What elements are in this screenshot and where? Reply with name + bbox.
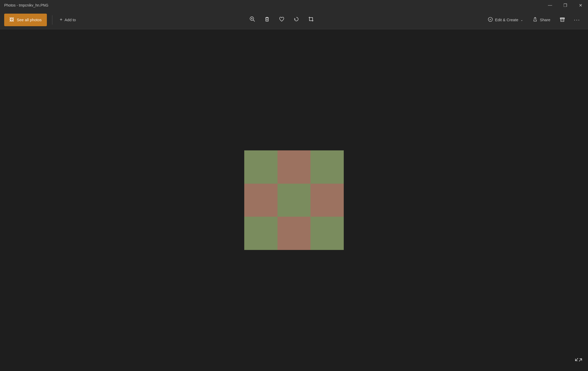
more-icon: ··· <box>574 17 580 23</box>
cell-1-0 <box>244 184 278 217</box>
delete-button[interactable] <box>260 14 274 26</box>
svg-rect-10 <box>561 20 564 21</box>
svg-line-1 <box>253 20 255 21</box>
svg-rect-7 <box>309 18 313 21</box>
zoom-button[interactable] <box>246 14 259 26</box>
cell-2-2 <box>310 217 344 250</box>
chevron-down-icon: ⌄ <box>520 18 523 22</box>
more-button[interactable]: ··· <box>570 14 584 26</box>
add-icon: + <box>60 17 63 23</box>
cell-0-1 <box>278 150 311 184</box>
cell-0-2 <box>310 150 344 184</box>
svg-rect-11 <box>561 18 563 19</box>
add-to-label: Add to <box>65 18 76 22</box>
cell-1-1 <box>278 184 311 217</box>
main-content <box>0 29 588 371</box>
window-controls: — ❐ ✕ <box>542 0 588 10</box>
share-button[interactable]: Share <box>528 14 554 26</box>
see-all-photos-label: See all photos <box>17 18 42 22</box>
minimize-button[interactable]: — <box>542 0 558 10</box>
favorite-button[interactable] <box>275 14 289 26</box>
restore-button[interactable]: ❐ <box>558 0 573 10</box>
crop-icon <box>308 16 314 23</box>
print-button[interactable] <box>556 14 569 26</box>
close-button[interactable]: ✕ <box>573 0 588 10</box>
add-to-button[interactable]: + Add to <box>56 14 80 26</box>
photos-icon: 🖼 <box>9 17 14 23</box>
expand-button[interactable] <box>574 356 583 366</box>
share-label: Share <box>540 18 550 22</box>
cell-1-2 <box>310 184 344 217</box>
zoom-icon <box>249 16 255 23</box>
share-icon <box>532 17 538 23</box>
cell-0-0 <box>244 150 278 184</box>
toolbar-center-icons <box>246 14 318 26</box>
heart-icon <box>279 16 285 23</box>
see-all-photos-button[interactable]: 🖼 See all photos <box>4 14 47 26</box>
toolbar-divider <box>52 15 52 25</box>
cell-2-1 <box>278 217 311 250</box>
edit-create-label: Edit & Create <box>495 18 518 22</box>
rotate-icon <box>293 16 299 23</box>
rotate-button[interactable] <box>290 14 303 26</box>
edit-create-button[interactable]: Edit & Create ⌄ <box>484 14 527 26</box>
svg-rect-4 <box>266 18 268 21</box>
delete-icon <box>264 16 270 23</box>
title-bar: Photos - tmpcnikv_hn.PNG — ❐ ✕ <box>0 0 588 10</box>
crop-button[interactable] <box>304 14 318 26</box>
svg-line-13 <box>575 358 578 361</box>
window-title: Photos - tmpcnikv_hn.PNG <box>4 0 48 10</box>
edit-create-icon <box>488 17 493 23</box>
toolbar: 🖼 See all photos + Add to <box>0 10 588 29</box>
svg-line-12 <box>579 359 582 361</box>
toolbar-right: Edit & Create ⌄ Share <box>484 14 584 26</box>
image-display <box>244 150 344 250</box>
print-icon <box>559 16 565 23</box>
cell-2-0 <box>244 217 278 250</box>
